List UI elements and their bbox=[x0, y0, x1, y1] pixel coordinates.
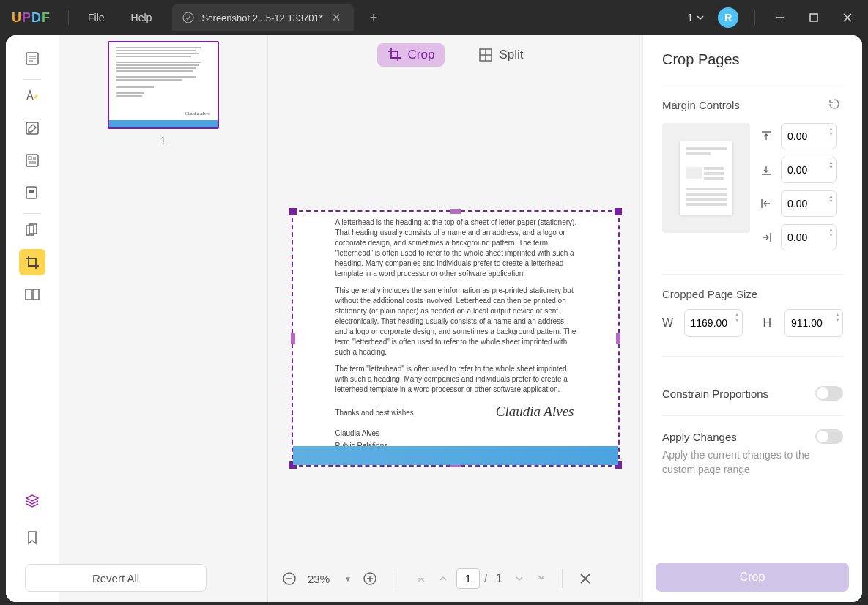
split-mode-button[interactable]: Split bbox=[468, 43, 533, 67]
svg-rect-18 bbox=[26, 289, 31, 300]
width-input[interactable] bbox=[684, 309, 743, 337]
margin-top-spinner[interactable]: ▲▼ bbox=[828, 126, 834, 136]
crop-handle-left[interactable] bbox=[291, 333, 295, 344]
crop-handle-top[interactable] bbox=[450, 209, 461, 214]
tab-edit-icon bbox=[182, 12, 194, 23]
margin-controls-label: Margin Controls bbox=[662, 99, 740, 111]
title-page-indicator[interactable]: 1 bbox=[687, 12, 705, 23]
split-icon bbox=[478, 48, 493, 62]
prev-page-button[interactable] bbox=[434, 574, 452, 584]
total-pages: 1 bbox=[492, 572, 506, 585]
margin-bottom-icon bbox=[760, 164, 775, 176]
thumbnail-page-number: 1 bbox=[160, 135, 166, 146]
user-avatar[interactable]: R bbox=[718, 7, 738, 28]
reset-margins-button[interactable] bbox=[827, 97, 843, 113]
page-thumbnail[interactable]: Claudia Alves bbox=[108, 41, 219, 129]
cropped-size-label: Cropped Page Size bbox=[662, 288, 843, 300]
svg-rect-8 bbox=[26, 155, 38, 166]
page-number-input[interactable] bbox=[456, 568, 480, 589]
crop-mode-button[interactable]: Crop bbox=[377, 43, 445, 67]
zoom-level-dropdown[interactable]: 23% ▼ bbox=[308, 573, 352, 585]
apply-changes-description: Apply the current changes to the custom … bbox=[662, 448, 843, 477]
sidebar-reader-icon[interactable] bbox=[19, 45, 45, 72]
crop-button[interactable]: Crop bbox=[656, 563, 849, 592]
minimize-button[interactable] bbox=[765, 3, 795, 32]
sidebar-redact-icon[interactable] bbox=[19, 179, 45, 206]
margin-top-icon bbox=[760, 130, 775, 142]
crop-handle-right[interactable] bbox=[616, 333, 620, 344]
crop-selection-frame[interactable]: A letterhead is the heading at the top o… bbox=[292, 210, 620, 467]
first-page-button[interactable] bbox=[412, 574, 430, 584]
svg-point-0 bbox=[183, 12, 193, 23]
sidebar-bookmark-icon[interactable] bbox=[19, 524, 45, 551]
width-spinner[interactable]: ▲▼ bbox=[735, 312, 740, 322]
sidebar-compare-icon[interactable] bbox=[19, 281, 45, 308]
app-logo: UPDF bbox=[0, 10, 62, 26]
svg-rect-9 bbox=[29, 157, 31, 160]
sidebar-crop-icon[interactable] bbox=[19, 249, 45, 275]
height-label: H bbox=[763, 316, 778, 330]
apply-changes-toggle[interactable] bbox=[815, 429, 843, 444]
document-content: A letterhead is the heading at the top o… bbox=[335, 218, 579, 458]
height-spinner[interactable]: ▲▼ bbox=[835, 312, 840, 322]
close-tool-button[interactable] bbox=[574, 568, 596, 590]
menu-file[interactable]: File bbox=[75, 12, 118, 23]
last-page-button[interactable] bbox=[533, 574, 550, 584]
svg-rect-2 bbox=[810, 14, 817, 21]
document-signature: Claudia Alves bbox=[496, 404, 574, 420]
menu-help[interactable]: Help bbox=[118, 12, 166, 23]
apply-changes-label: Apply Changes bbox=[662, 431, 737, 443]
zoom-out-button[interactable] bbox=[278, 568, 300, 590]
revert-all-button[interactable]: Revert All bbox=[25, 564, 207, 592]
close-window-button[interactable] bbox=[833, 3, 862, 32]
chevron-down-icon bbox=[696, 13, 705, 22]
margin-left-icon bbox=[760, 198, 775, 209]
width-label: W bbox=[662, 316, 677, 330]
document-footer-bar bbox=[293, 446, 618, 465]
height-input[interactable] bbox=[784, 309, 843, 337]
tab-title: Screenshot 2...5-12 133701* bbox=[201, 12, 323, 23]
sidebar-form-icon[interactable] bbox=[19, 147, 45, 174]
svg-rect-15 bbox=[29, 190, 34, 193]
zoom-in-button[interactable] bbox=[359, 568, 381, 590]
document-tab[interactable]: Screenshot 2...5-12 133701* ✕ bbox=[172, 4, 354, 31]
sidebar-edit-icon[interactable] bbox=[19, 115, 45, 141]
maximize-button[interactable] bbox=[799, 3, 828, 32]
sidebar-comment-icon[interactable] bbox=[19, 83, 45, 109]
sidebar-organize-icon[interactable] bbox=[19, 217, 45, 243]
crop-icon bbox=[387, 48, 402, 62]
panel-title: Crop Pages bbox=[662, 51, 843, 68]
constrain-proportions-label: Constrain Proportions bbox=[662, 387, 768, 400]
svg-rect-19 bbox=[33, 289, 39, 300]
margin-right-icon bbox=[760, 231, 775, 243]
margin-left-spinner[interactable]: ▲▼ bbox=[828, 193, 834, 204]
crop-handle-tl[interactable] bbox=[289, 208, 297, 215]
margin-preview bbox=[662, 123, 750, 233]
constrain-proportions-toggle[interactable] bbox=[815, 386, 843, 401]
new-tab-button[interactable]: + bbox=[363, 7, 385, 29]
tab-close-button[interactable]: ✕ bbox=[330, 11, 344, 24]
margin-bottom-spinner[interactable]: ▲▼ bbox=[828, 160, 834, 170]
margin-right-spinner[interactable]: ▲▼ bbox=[828, 227, 834, 237]
crop-handle-tr[interactable] bbox=[615, 208, 622, 215]
next-page-button[interactable] bbox=[511, 574, 528, 584]
sidebar-layers-icon[interactable] bbox=[19, 488, 45, 514]
